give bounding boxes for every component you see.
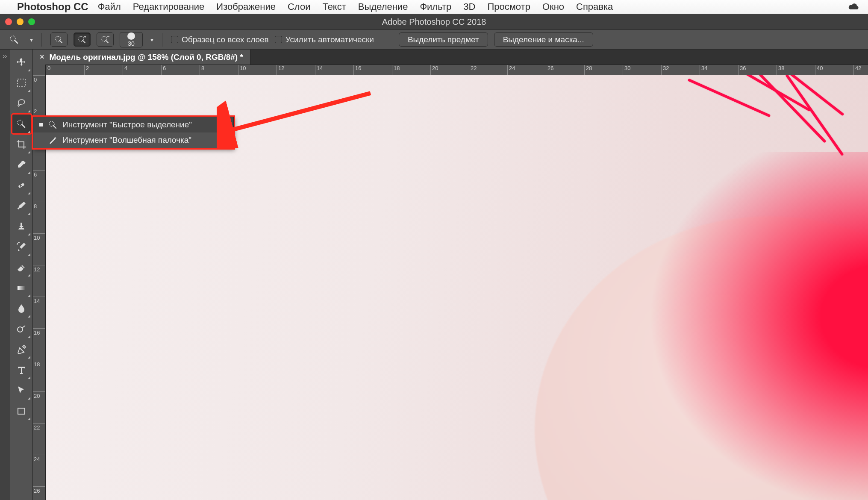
svg-point-8 bbox=[18, 327, 23, 332]
rectangle-tool[interactable] bbox=[12, 401, 32, 421]
brush-preview-icon bbox=[127, 32, 135, 40]
image-content bbox=[518, 152, 868, 500]
collapsed-panel-tab[interactable]: ›› bbox=[0, 50, 10, 500]
lasso-tool[interactable] bbox=[12, 93, 32, 114]
workspace: ›› bbox=[0, 50, 868, 500]
menu-type[interactable]: Текст bbox=[322, 1, 346, 12]
flyout-item-quick-selection[interactable]: Инструмент "Быстрое выделение" W bbox=[33, 117, 233, 132]
menu-view[interactable]: Просмотр bbox=[487, 1, 530, 12]
svg-rect-9 bbox=[18, 408, 25, 414]
flyout-item-magic-wand[interactable]: Инструмент "Волшебная палочка" W bbox=[33, 132, 233, 148]
menu-help[interactable]: Справка bbox=[576, 1, 613, 12]
move-tool[interactable] bbox=[12, 52, 32, 73]
selection-add-button[interactable] bbox=[74, 32, 91, 47]
select-and-mask-button[interactable]: Выделение и маска... bbox=[494, 32, 593, 47]
flyout-item-shortcut: W bbox=[220, 120, 227, 129]
document-tab[interactable]: × Модель оригинал.jpg @ 158% (Слой 0, RG… bbox=[33, 50, 250, 65]
divider bbox=[162, 33, 162, 47]
brush-tool[interactable] bbox=[12, 196, 32, 216]
flyout-item-shortcut: W bbox=[220, 135, 227, 145]
auto-enhance-checkbox[interactable]: Усилить автоматически bbox=[275, 35, 374, 44]
history-brush-tool[interactable] bbox=[12, 237, 32, 257]
menu-select[interactable]: Выделение bbox=[358, 1, 408, 12]
options-bar: ▾ 30 ▾ Образец со всех слоев Усилить авт… bbox=[0, 29, 868, 50]
marquee-tool[interactable] bbox=[12, 73, 32, 93]
blur-tool[interactable] bbox=[12, 298, 32, 319]
flyout-item-label: Инструмент "Волшебная палочка" bbox=[62, 135, 191, 145]
menu-filter[interactable]: Фильтр bbox=[420, 1, 451, 12]
close-tab-icon[interactable]: × bbox=[40, 53, 44, 62]
current-tool-preset[interactable] bbox=[6, 33, 22, 47]
clone-stamp-tool[interactable] bbox=[12, 216, 32, 237]
cc-sync-icon[interactable] bbox=[847, 2, 860, 12]
document-tab-title: Модель оригинал.jpg @ 158% (Слой 0, RGB/… bbox=[50, 53, 243, 62]
menu-image[interactable]: Изображение bbox=[216, 1, 276, 12]
window-close-button[interactable] bbox=[5, 18, 12, 25]
menu-window[interactable]: Окно bbox=[542, 1, 564, 12]
path-selection-tool[interactable] bbox=[12, 380, 32, 401]
menu-edit[interactable]: Редактирование bbox=[133, 1, 205, 12]
flyout-item-label: Инструмент "Быстрое выделение" bbox=[62, 120, 192, 129]
mac-menubar: Photoshop CC Файл Редактирование Изображ… bbox=[0, 0, 868, 14]
document-area: × Модель оригинал.jpg @ 158% (Слой 0, RG… bbox=[33, 50, 868, 500]
brush-preset-picker[interactable]: 30 bbox=[120, 32, 143, 47]
document-tabs: × Модель оригинал.jpg @ 158% (Слой 0, RG… bbox=[33, 50, 868, 65]
healing-brush-tool[interactable] bbox=[12, 175, 32, 196]
auto-enhance-label: Усилить автоматически bbox=[285, 35, 374, 44]
window-zoom-button[interactable] bbox=[28, 18, 35, 25]
select-subject-button[interactable]: Выделить предмет bbox=[399, 32, 488, 47]
window-title: Adobe Photoshop CC 2018 bbox=[382, 17, 486, 27]
horizontal-ruler[interactable]: 024681012141618202224262830323436384042 bbox=[46, 65, 868, 75]
svg-rect-4 bbox=[18, 79, 25, 87]
sample-all-layers-label: Образец со всех слоев bbox=[182, 35, 269, 44]
brush-size-label: 30 bbox=[128, 40, 135, 47]
svg-rect-7 bbox=[18, 286, 25, 290]
toolbox bbox=[10, 50, 33, 500]
dodge-tool[interactable] bbox=[12, 319, 32, 339]
selection-subtract-button[interactable] bbox=[97, 32, 114, 47]
checkbox-icon bbox=[171, 36, 178, 43]
checkbox-icon bbox=[275, 36, 282, 43]
window-traffic-lights bbox=[5, 18, 35, 25]
menu-file[interactable]: Файл bbox=[98, 1, 121, 12]
window-titlebar: Adobe Photoshop CC 2018 bbox=[0, 14, 868, 29]
eyedropper-tool[interactable] bbox=[12, 155, 32, 175]
type-tool[interactable] bbox=[12, 360, 32, 380]
selection-new-button[interactable] bbox=[50, 32, 68, 47]
app-name[interactable]: Photoshop CC bbox=[17, 1, 88, 13]
quick-selection-tool[interactable] bbox=[12, 114, 32, 134]
eraser-tool[interactable] bbox=[12, 257, 32, 278]
menu-layers[interactable]: Слои bbox=[288, 1, 311, 12]
crop-tool[interactable] bbox=[12, 134, 32, 155]
tool-preset-dropdown-icon[interactable]: ▾ bbox=[30, 36, 33, 43]
divider bbox=[41, 33, 42, 47]
window-minimize-button[interactable] bbox=[17, 18, 24, 25]
tool-flyout-menu: Инструмент "Быстрое выделение" W Инструм… bbox=[33, 117, 234, 148]
selected-indicator-icon bbox=[39, 123, 43, 126]
gradient-tool[interactable] bbox=[12, 278, 32, 298]
menu-3d[interactable]: 3D bbox=[463, 1, 475, 12]
pen-tool[interactable] bbox=[12, 339, 32, 360]
brush-dropdown-icon[interactable]: ▾ bbox=[150, 36, 153, 43]
sample-all-layers-checkbox[interactable]: Образец со всех слоев bbox=[171, 35, 269, 44]
